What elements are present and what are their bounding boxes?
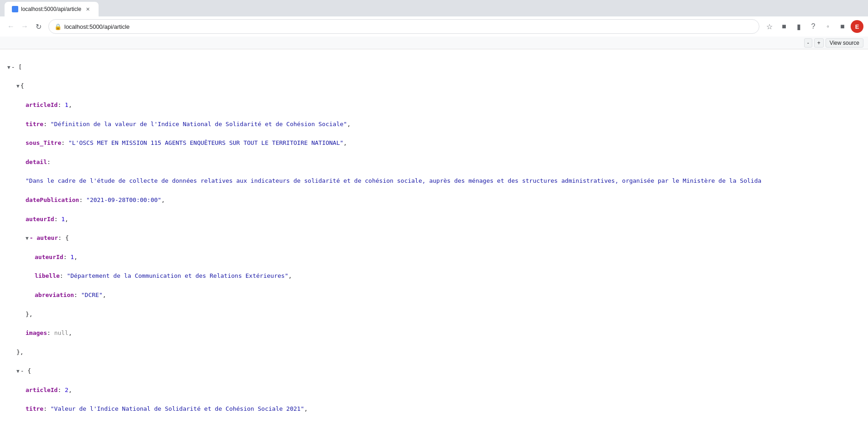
- extension-button-3[interactable]: ◦: [821, 20, 834, 33]
- json-article1-auteur-close: },: [7, 310, 861, 319]
- json-article2-id: articleId: 2,: [7, 386, 861, 395]
- view-source-button[interactable]: View source: [826, 38, 863, 48]
- json-article1-detail-value: "Dans le cadre de l'étude de collecte de…: [7, 176, 861, 186]
- tab-favicon: [12, 6, 18, 12]
- tab-title: localhost:5000/api/article: [21, 6, 81, 12]
- json-article1-auteurid: auteurId: 1,: [7, 215, 861, 224]
- browser-toolbar: ← → ↻ 🔒 ☆ ■ ▮ ?: [0, 16, 868, 37]
- help-button[interactable]: ?: [807, 20, 820, 33]
- view-source-label: View source: [830, 40, 859, 46]
- json-line-obj1-open: ▼{: [7, 81, 861, 91]
- zoom-minus-button[interactable]: -: [804, 38, 812, 48]
- star-icon: ☆: [766, 22, 773, 31]
- json-article1-images: images: null,: [7, 329, 861, 338]
- json-line-array-open: ▼- [: [7, 63, 861, 72]
- puzzle-icon: ■: [840, 22, 845, 31]
- top-info-bar: - + View source: [0, 37, 868, 49]
- json-article1-auteur-libelle: libelle: "Département de la Communicatio…: [7, 271, 861, 281]
- tab-bar: localhost:5000/api/article ✕: [0, 0, 868, 16]
- json-article1-auteur-abreviation: abreviation: "DCRE",: [7, 291, 861, 300]
- profile-button[interactable]: E: [851, 20, 863, 33]
- forward-button[interactable]: →: [18, 20, 31, 33]
- extension-icon-2: ▮: [797, 22, 801, 31]
- extension-button-2[interactable]: ▮: [792, 20, 805, 33]
- help-icon: ?: [811, 22, 816, 31]
- zoom-plus-button[interactable]: +: [814, 38, 824, 48]
- globe-icon: ◦: [826, 22, 829, 31]
- collapse-obj2-btn[interactable]: ▼: [16, 368, 20, 374]
- reload-button[interactable]: ↻: [32, 20, 45, 33]
- reload-icon: ↻: [36, 22, 42, 31]
- view-source-area: - + View source: [804, 38, 863, 48]
- lock-icon: 🔒: [54, 23, 62, 30]
- json-article1-id: articleId: 1,: [7, 101, 861, 110]
- collapse-array-btn[interactable]: ▼: [7, 64, 10, 70]
- nav-buttons: ← → ↻: [5, 20, 45, 33]
- json-article1-titre: titre: "Définition de la valeur de l'Ind…: [7, 120, 861, 129]
- json-article1-sous-titre: sous_Titre: "L'OSCS MET EN MISSION 115 A…: [7, 138, 861, 148]
- browser-chrome: localhost:5000/api/article ✕ ← → ↻ 🔒 ☆: [0, 0, 868, 49]
- collapse-obj1-btn[interactable]: ▼: [16, 83, 20, 89]
- extension-icon-1: ■: [782, 22, 786, 31]
- toolbar-icons: ☆ ■ ▮ ? ◦ ■ E: [763, 20, 863, 33]
- profile-initial: E: [855, 23, 859, 30]
- json-article1-auteur-open: ▼- auteur: {: [7, 233, 861, 243]
- extensions-button[interactable]: ■: [836, 20, 849, 33]
- json-article1-detail-key: detail:: [7, 158, 861, 167]
- back-icon: ←: [7, 22, 15, 31]
- json-article2-titre: titre: "Valeur de l'Indice National de S…: [7, 404, 861, 414]
- url-input[interactable]: [64, 23, 753, 30]
- address-bar[interactable]: 🔒: [48, 19, 759, 34]
- tab-close-button[interactable]: ✕: [84, 5, 91, 13]
- json-article1-auteur-id: auteurId: 1,: [7, 253, 861, 262]
- back-button[interactable]: ←: [5, 20, 17, 33]
- json-article1-date: datePublication: "2021-09-28T00:00:00",: [7, 196, 861, 205]
- active-tab[interactable]: localhost:5000/api/article ✕: [5, 2, 99, 16]
- json-content-area: ▼- [ ▼{ articleId: 1, titre: "Définition…: [0, 49, 868, 424]
- bookmark-button[interactable]: ☆: [763, 20, 776, 33]
- collapse-auteur1-btn[interactable]: ▼: [26, 235, 29, 241]
- forward-icon: →: [21, 22, 28, 31]
- extension-button-1[interactable]: ■: [778, 20, 790, 33]
- json-obj2-open: ▼- {: [7, 366, 861, 376]
- json-obj1-close: },: [7, 348, 861, 357]
